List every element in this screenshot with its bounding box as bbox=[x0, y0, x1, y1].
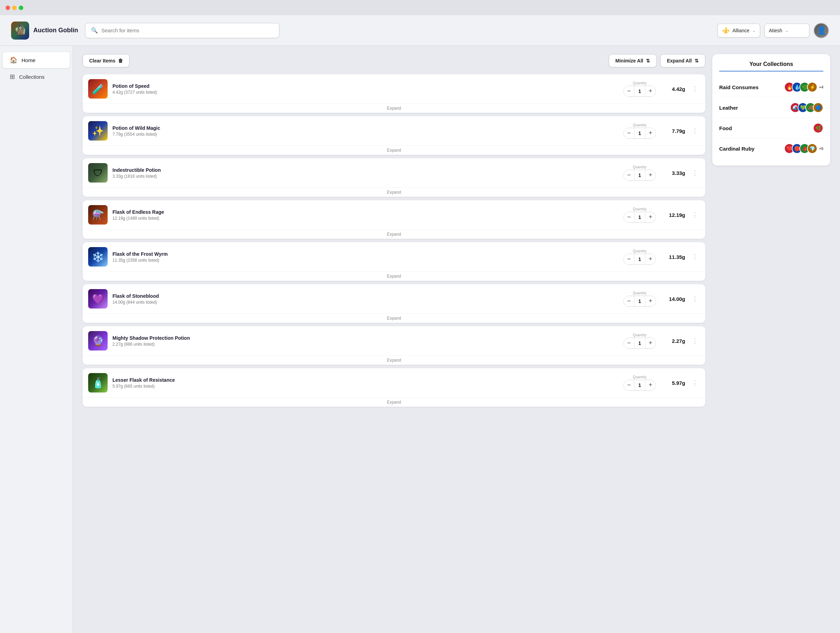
item-info-flask-frost-wyrm: Flask of the Frost Wyrm 11.35g (2358 uni… bbox=[112, 251, 619, 263]
quantity-increase-flask-endless-rage[interactable]: + bbox=[645, 212, 656, 223]
content-area: Clear Items 🗑 Minimize All ⇅ Expand All … bbox=[73, 46, 840, 633]
collection-icons-cardinal-ruby: ❤️🔴🩸💎 +5 bbox=[784, 143, 823, 154]
item-meta-flask-endless-rage: 12.19g (1489 units listed) bbox=[112, 216, 619, 221]
quantity-increase-potion-speed[interactable]: + bbox=[645, 86, 656, 96]
avatar[interactable]: 👤 bbox=[814, 23, 829, 38]
minimize-all-button[interactable]: Minimize All ⇅ bbox=[609, 54, 657, 67]
expand-row-potion-speed[interactable]: Expand bbox=[83, 103, 705, 113]
sidebar-collections-label: Collections bbox=[19, 74, 44, 80]
expand-row-flask-stoneblood[interactable]: Expand bbox=[83, 313, 705, 323]
quantity-decrease-flask-frost-wyrm[interactable]: − bbox=[624, 254, 634, 264]
collections-list: Raid Consumes 🔥💧🌿⚡ +4 Leather 🌊💚🍂🔵 Food … bbox=[719, 77, 823, 159]
expand-row-potion-wild-magic[interactable]: Expand bbox=[83, 145, 705, 155]
quantity-increase-flask-stoneblood[interactable]: + bbox=[645, 296, 656, 306]
item-image-mighty-shadow-protect: 🔮 bbox=[88, 331, 107, 350]
quantity-control-mighty-shadow-protect: Quantity − 1 + bbox=[624, 333, 656, 349]
expand-row-indestructible-potion[interactable]: Expand bbox=[83, 188, 705, 197]
item-meta-flask-stoneblood: 14.00g (844 units listed) bbox=[112, 300, 619, 305]
item-menu-button-flask-stoneblood[interactable]: ⋮ bbox=[690, 294, 700, 304]
quantity-control-lesser-flask-resistance: Quantity − 1 + bbox=[624, 375, 656, 391]
expand-row-flask-endless-rage[interactable]: Expand bbox=[83, 229, 705, 239]
item-menu-button-flask-endless-rage[interactable]: ⋮ bbox=[690, 210, 700, 220]
minimize-label: Minimize All bbox=[616, 58, 643, 63]
item-card-flask-endless-rage: ⚗️ Flask of Endless Rage 12.19g (1489 un… bbox=[83, 200, 705, 239]
search-input[interactable] bbox=[101, 27, 273, 33]
item-row: 🧪 Potion of Speed 4.42g (3727 units list… bbox=[83, 74, 705, 103]
quantity-increase-indestructible-potion[interactable]: + bbox=[645, 170, 656, 180]
collection-icon-raid-consumes-3: ⚡ bbox=[807, 82, 818, 92]
clear-items-button[interactable]: Clear Items 🗑 bbox=[83, 54, 129, 67]
item-image-flask-stoneblood: 💜 bbox=[88, 289, 107, 308]
item-card-flask-frost-wyrm: ❄️ Flask of the Frost Wyrm 11.35g (2358 … bbox=[83, 242, 705, 281]
item-card-potion-wild-magic: ✨ Potion of Wild Magic 7.79g (3554 units… bbox=[83, 116, 705, 155]
quantity-decrease-potion-wild-magic[interactable]: − bbox=[624, 128, 634, 139]
collection-item-cardinal-ruby[interactable]: Cardinal Ruby ❤️🔴🩸💎 +5 bbox=[719, 139, 823, 159]
quantity-decrease-lesser-flask-resistance[interactable]: − bbox=[624, 380, 634, 390]
item-card-mighty-shadow-protect: 🔮 Mighty Shadow Protection Potion 2.27g … bbox=[83, 326, 705, 365]
item-price-flask-endless-rage: 12.19g bbox=[661, 212, 685, 218]
quantity-decrease-mighty-shadow-protect[interactable]: − bbox=[624, 338, 634, 349]
sidebar-item-collections[interactable]: ⊞ Collections bbox=[3, 69, 70, 85]
item-menu-button-lesser-flask-resistance[interactable]: ⋮ bbox=[690, 378, 700, 388]
item-meta-potion-speed: 4.42g (3727 units listed) bbox=[112, 90, 619, 95]
item-meta-flask-frost-wyrm: 11.35g (2358 units listed) bbox=[112, 258, 619, 263]
titlebar bbox=[0, 0, 840, 15]
collection-item-food[interactable]: Food 🌿 bbox=[719, 118, 823, 139]
close-button[interactable] bbox=[6, 6, 10, 10]
item-menu-button-potion-speed[interactable]: ⋮ bbox=[690, 84, 700, 94]
quantity-increase-mighty-shadow-protect[interactable]: + bbox=[645, 338, 656, 349]
expand-all-label: Expand All bbox=[667, 58, 692, 63]
collection-item-raid-consumes[interactable]: Raid Consumes 🔥💧🌿⚡ +4 bbox=[719, 77, 823, 98]
item-name-potion-speed: Potion of Speed bbox=[112, 83, 619, 89]
item-card-indestructible-potion: 🛡 Indestructible Potion 3.33g (1816 unit… bbox=[83, 158, 705, 197]
quantity-value-potion-wild-magic: 1 bbox=[634, 128, 645, 139]
search-bar[interactable]: 🔍 bbox=[85, 23, 279, 38]
quantity-decrease-indestructible-potion[interactable]: − bbox=[624, 170, 634, 180]
item-info-potion-speed: Potion of Speed 4.42g (3727 units listed… bbox=[112, 83, 619, 95]
quantity-increase-potion-wild-magic[interactable]: + bbox=[645, 128, 656, 139]
fullscreen-button[interactable] bbox=[19, 6, 23, 10]
item-row: 🔮 Mighty Shadow Protection Potion 2.27g … bbox=[83, 326, 705, 355]
collection-name-food: Food bbox=[719, 125, 809, 131]
quantity-decrease-potion-speed[interactable]: − bbox=[624, 86, 634, 96]
item-name-indestructible-potion: Indestructible Potion bbox=[112, 167, 619, 173]
expand-row-lesser-flask-resistance[interactable]: Expand bbox=[83, 397, 705, 407]
item-menu-button-potion-wild-magic[interactable]: ⋮ bbox=[690, 126, 700, 136]
collections-title: Your Collections bbox=[719, 61, 823, 71]
quantity-decrease-flask-stoneblood[interactable]: − bbox=[624, 296, 634, 306]
expand-icon: ⇅ bbox=[695, 58, 699, 63]
item-emoji-potion-wild-magic: ✨ bbox=[92, 125, 104, 137]
item-info-flask-endless-rage: Flask of Endless Rage 12.19g (1489 units… bbox=[112, 209, 619, 221]
item-menu-button-flask-frost-wyrm[interactable]: ⋮ bbox=[690, 252, 700, 262]
item-menu-button-mighty-shadow-protect[interactable]: ⋮ bbox=[690, 336, 700, 346]
item-info-mighty-shadow-protect: Mighty Shadow Protection Potion 2.27g (8… bbox=[112, 335, 619, 347]
collection-icon-cardinal-ruby-3: 💎 bbox=[807, 143, 818, 154]
quantity-label-flask-frost-wyrm: Quantity bbox=[633, 249, 647, 253]
quantity-control-flask-stoneblood: Quantity − 1 + bbox=[624, 291, 656, 307]
quantity-label-flask-stoneblood: Quantity bbox=[633, 291, 647, 295]
quantity-label-potion-wild-magic: Quantity bbox=[633, 123, 647, 127]
quantity-increase-flask-frost-wyrm[interactable]: + bbox=[645, 254, 656, 264]
quantity-value-indestructible-potion: 1 bbox=[634, 170, 645, 180]
quantity-label-indestructible-potion: Quantity bbox=[633, 165, 647, 169]
item-image-flask-frost-wyrm: ❄️ bbox=[88, 247, 107, 267]
collection-item-leather[interactable]: Leather 🌊💚🍂🔵 bbox=[719, 98, 823, 118]
faction-selector[interactable]: ⚜️ Alliance ⌄ bbox=[717, 24, 760, 38]
item-row: 🛡 Indestructible Potion 3.33g (1816 unit… bbox=[83, 158, 705, 188]
main-layout: 🏠 Home ⊞ Collections Clear Items 🗑 Minim… bbox=[0, 46, 840, 633]
quantity-decrease-flask-endless-rage[interactable]: − bbox=[624, 212, 634, 223]
expand-all-button[interactable]: Expand All ⇅ bbox=[660, 54, 705, 67]
minimize-button[interactable] bbox=[12, 6, 17, 10]
quantity-increase-lesser-flask-resistance[interactable]: + bbox=[645, 380, 656, 390]
item-row: ❄️ Flask of the Frost Wyrm 11.35g (2358 … bbox=[83, 242, 705, 272]
expand-row-mighty-shadow-protect[interactable]: Expand bbox=[83, 355, 705, 365]
realm-selector[interactable]: Atiesh ⌄ bbox=[764, 24, 810, 38]
logo-emoji: 🧌 bbox=[14, 25, 26, 36]
sidebar-item-home[interactable]: 🏠 Home bbox=[3, 52, 70, 68]
quantity-stepper-potion-speed: − 1 + bbox=[624, 86, 656, 97]
expand-row-flask-frost-wyrm[interactable]: Expand bbox=[83, 272, 705, 281]
item-price-potion-wild-magic: 7.79g bbox=[661, 128, 685, 134]
item-meta-lesser-flask-resistance: 5.97g (665 units listed) bbox=[112, 384, 619, 389]
collection-more-cardinal-ruby: +5 bbox=[819, 147, 823, 151]
item-menu-button-indestructible-potion[interactable]: ⋮ bbox=[690, 168, 700, 178]
